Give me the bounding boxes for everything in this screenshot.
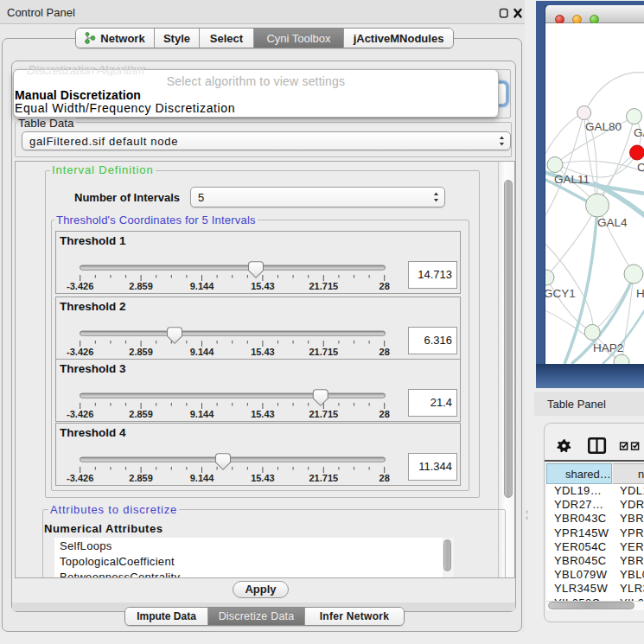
svg-text:-3.426: -3.426	[67, 281, 93, 291]
svg-text:15.43: 15.43	[251, 409, 275, 419]
svg-text:28: 28	[379, 473, 390, 483]
svg-text:GA: GA	[634, 126, 644, 139]
svg-text:15.43: 15.43	[251, 281, 275, 291]
svg-text:21.715: 21.715	[309, 347, 338, 357]
svg-text:9.144: 9.144	[190, 473, 214, 483]
svg-text:GAL11: GAL11	[554, 173, 590, 186]
svg-text:-3.426: -3.426	[67, 409, 93, 419]
svg-text:-3.426: -3.426	[67, 347, 93, 357]
svg-text:GAL80: GAL80	[585, 120, 622, 133]
svg-text:21.715: 21.715	[309, 281, 338, 291]
svg-text:C: C	[637, 161, 644, 174]
svg-text:GCY1: GCY1	[545, 287, 576, 300]
svg-text:2.859: 2.859	[129, 473, 153, 483]
svg-text:9.144: 9.144	[190, 347, 214, 357]
svg-text:2.859: 2.859	[129, 409, 153, 419]
svg-text:H: H	[636, 287, 644, 300]
svg-text:28: 28	[379, 347, 390, 357]
svg-text:28: 28	[379, 281, 390, 291]
svg-text:28: 28	[379, 409, 390, 419]
svg-text:21.715: 21.715	[309, 473, 338, 483]
svg-text:15.43: 15.43	[251, 473, 275, 483]
svg-text:9.144: 9.144	[190, 281, 214, 291]
svg-text:GAL4: GAL4	[597, 216, 628, 229]
svg-text:-3.426: -3.426	[67, 473, 93, 483]
svg-text:2.859: 2.859	[129, 347, 153, 357]
svg-text:HAP2: HAP2	[593, 341, 623, 354]
svg-text:9.144: 9.144	[190, 409, 214, 419]
svg-text:2.859: 2.859	[129, 281, 153, 291]
svg-text:15.43: 15.43	[251, 347, 275, 357]
svg-text:21.715: 21.715	[309, 409, 338, 419]
